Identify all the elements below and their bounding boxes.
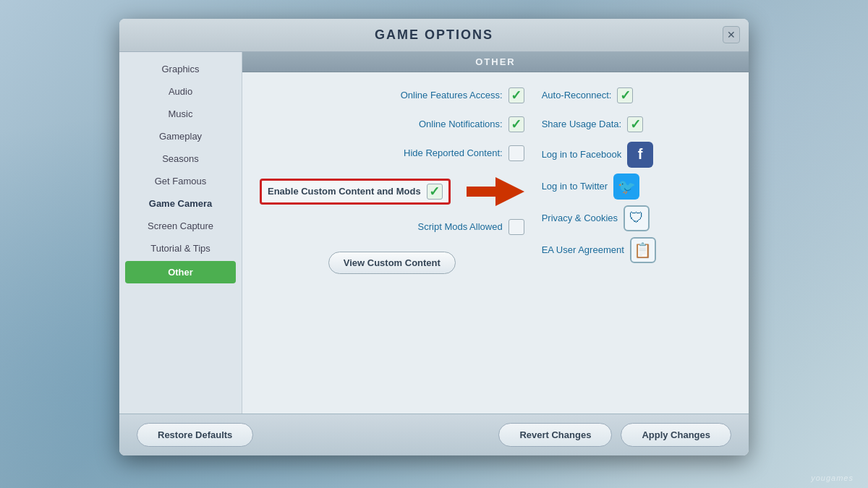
twitter-row: Log in to Twitter 🐦 bbox=[542, 174, 656, 200]
sidebar-item-graphics[interactable]: Graphics bbox=[119, 58, 242, 80]
auto-reconnect-label: Auto-Reconnect: bbox=[542, 90, 612, 100]
auto-reconnect-checkbox[interactable]: ✓ bbox=[617, 87, 633, 103]
enable-custom-label: Enable Custom Content and Mods bbox=[268, 186, 421, 197]
facebook-label: Log in to Facebook bbox=[542, 149, 622, 160]
view-custom-wrapper: View Custom Content bbox=[260, 249, 524, 274]
sidebar-item-other[interactable]: Other bbox=[125, 261, 236, 283]
online-features-row: Online Features Access: ✓ bbox=[260, 84, 524, 107]
script-mods-checkbox[interactable] bbox=[509, 219, 524, 235]
sidebar: Graphics Audio Music Gameplay Seasons Ge… bbox=[119, 52, 242, 414]
online-notifications-row: Online Notifications: ✓ bbox=[260, 113, 524, 136]
close-button[interactable]: ✕ bbox=[723, 26, 740, 43]
enable-custom-wrapper: Enable Custom Content and Mods ✓ bbox=[260, 174, 524, 210]
document-icon[interactable]: 📋 bbox=[630, 237, 656, 263]
sidebar-item-audio[interactable]: Audio bbox=[119, 80, 242, 103]
facebook-row: Log in to Facebook f bbox=[542, 142, 656, 168]
script-mods-label: Script Mods Allowed bbox=[418, 221, 503, 232]
game-options-dialog: Game Options ✕ Graphics Audio Music Game… bbox=[119, 19, 749, 455]
online-notifications-checkbox[interactable]: ✓ bbox=[509, 116, 524, 132]
sidebar-item-get-famous[interactable]: Get Famous bbox=[119, 170, 242, 192]
hide-reported-row: Hide Reported Content: bbox=[260, 142, 524, 165]
facebook-icon[interactable]: f bbox=[627, 142, 653, 168]
enable-custom-checkbox[interactable]: ✓ bbox=[427, 184, 443, 200]
sidebar-item-screen-capture[interactable]: Screen Capture bbox=[119, 215, 242, 237]
watermark: yougames bbox=[811, 474, 854, 482]
sidebar-item-gameplay[interactable]: Gameplay bbox=[119, 125, 242, 147]
privacy-label: Privacy & Cookies bbox=[542, 213, 618, 223]
arrow-svg bbox=[459, 174, 524, 210]
view-custom-content-button[interactable]: View Custom Content bbox=[328, 252, 456, 274]
options-area: Online Features Access: ✓ Online Notific… bbox=[242, 72, 749, 286]
revert-changes-button[interactable]: Revert Changes bbox=[498, 423, 612, 447]
privacy-row: Privacy & Cookies 🛡 bbox=[542, 205, 656, 231]
hide-reported-label: Hide Reported Content: bbox=[404, 147, 503, 158]
dialog-title-bar: Game Options ✕ bbox=[119, 19, 749, 52]
checkmark-icon: ✓ bbox=[511, 89, 522, 102]
section-header: Other bbox=[242, 52, 749, 72]
sidebar-item-game-camera[interactable]: Game Camera bbox=[119, 192, 242, 215]
checkmark-icon: ✓ bbox=[620, 89, 631, 102]
shield-icon[interactable]: 🛡 bbox=[624, 205, 650, 231]
twitter-label: Log in to Twitter bbox=[542, 181, 608, 192]
apply-changes-button[interactable]: Apply Changes bbox=[621, 423, 731, 447]
auto-reconnect-row: Auto-Reconnect: ✓ bbox=[542, 84, 656, 107]
sidebar-item-tutorial-tips[interactable]: Tutorial & Tips bbox=[119, 237, 242, 260]
checkmark-icon: ✓ bbox=[429, 185, 440, 198]
script-mods-row: Script Mods Allowed bbox=[274, 215, 524, 239]
sidebar-item-seasons[interactable]: Seasons bbox=[119, 147, 242, 170]
hide-reported-checkbox[interactable] bbox=[509, 145, 524, 161]
twitter-icon[interactable]: 🐦 bbox=[613, 174, 639, 200]
footer-center: Revert Changes Apply Changes bbox=[498, 423, 731, 447]
ea-agreement-label: EA User Agreement bbox=[542, 244, 624, 255]
arrow-annotation bbox=[459, 174, 524, 210]
dialog-footer: Restore Defaults Revert Changes Apply Ch… bbox=[119, 414, 749, 455]
checkmark-icon: ✓ bbox=[511, 118, 522, 131]
sidebar-item-music[interactable]: Music bbox=[119, 103, 242, 125]
left-column: Online Features Access: ✓ Online Notific… bbox=[242, 72, 533, 286]
dialog-title: Game Options bbox=[375, 27, 493, 42]
dialog-body: Graphics Audio Music Gameplay Seasons Ge… bbox=[119, 52, 749, 414]
share-usage-checkbox[interactable]: ✓ bbox=[627, 116, 643, 132]
ea-agreement-row: EA User Agreement 📋 bbox=[542, 237, 656, 263]
online-features-checkbox[interactable]: ✓ bbox=[509, 87, 524, 103]
checkmark-icon: ✓ bbox=[630, 118, 641, 131]
main-content: Other Online Features Access: ✓ Online N… bbox=[242, 52, 749, 414]
online-notifications-label: Online Notifications: bbox=[419, 119, 503, 129]
online-features-label: Online Features Access: bbox=[401, 90, 503, 100]
restore-defaults-button[interactable]: Restore Defaults bbox=[137, 423, 253, 447]
svg-marker-0 bbox=[467, 177, 524, 206]
share-usage-label: Share Usage Data: bbox=[542, 119, 622, 129]
enable-custom-highlighted: Enable Custom Content and Mods ✓ bbox=[260, 179, 451, 205]
share-usage-row: Share Usage Data: ✓ bbox=[542, 113, 656, 136]
right-column: Auto-Reconnect: ✓ Share Usage Data: ✓ bbox=[533, 72, 673, 286]
